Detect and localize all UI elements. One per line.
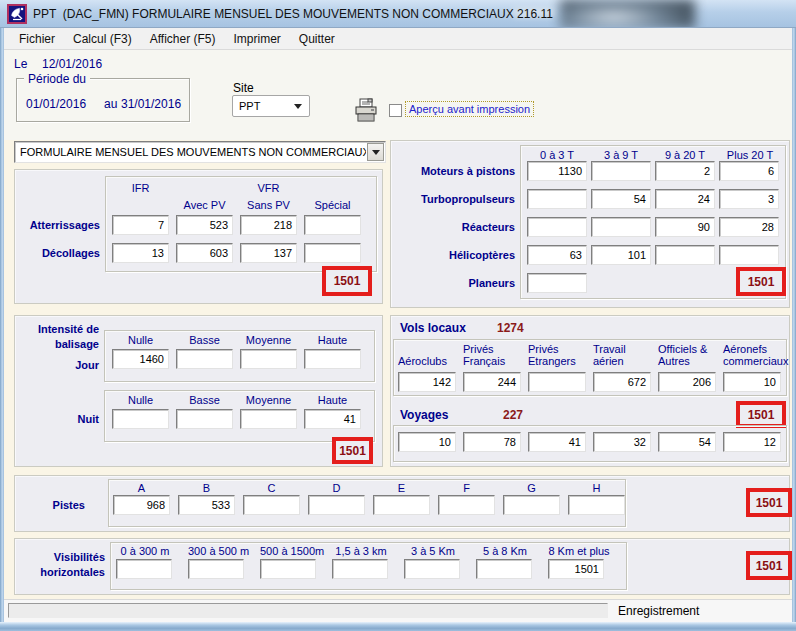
voyages-officiels-field[interactable]: 54 bbox=[658, 432, 716, 452]
voyages-travail-field[interactable]: 32 bbox=[593, 432, 651, 452]
apercu-checkbox[interactable] bbox=[389, 104, 402, 117]
col-header-0a300m: 0 à 300 m bbox=[116, 545, 174, 557]
menu-quitter[interactable]: Quitter bbox=[290, 32, 344, 46]
row-label-reacteurs: Réacteurs bbox=[395, 221, 515, 233]
decollages-avecpv-field[interactable]: 603 bbox=[176, 243, 233, 263]
visi-5a8km-field[interactable] bbox=[476, 559, 532, 579]
nuit-nulle-field[interactable] bbox=[112, 409, 169, 429]
visi-500a1500m-field[interactable] bbox=[260, 559, 316, 579]
col-header-vfr: VFR bbox=[176, 182, 361, 194]
col-header-jour-basse: Basse bbox=[176, 334, 233, 346]
piste-g-field[interactable] bbox=[503, 495, 560, 515]
jour-moyenne-field[interactable] bbox=[240, 349, 297, 369]
menu-calcul[interactable]: Calcul (F3) bbox=[64, 32, 141, 46]
volslocaux-officiels-field[interactable]: 206 bbox=[658, 372, 716, 392]
jour-basse-field[interactable] bbox=[176, 349, 233, 369]
pistons-3a9t-field[interactable] bbox=[591, 161, 651, 181]
voyages-aeroclubs-field[interactable]: 10 bbox=[398, 432, 456, 452]
reacteurs-3a9t-field[interactable] bbox=[591, 217, 651, 237]
nuit-basse-field[interactable] bbox=[176, 409, 233, 429]
piste-d-field[interactable] bbox=[308, 495, 365, 515]
pistons-0a3t-field[interactable]: 1130 bbox=[527, 161, 587, 181]
periode-to-field[interactable]: 31/01/2016 bbox=[121, 97, 181, 111]
atterrissages-sanspv-field[interactable]: 218 bbox=[240, 215, 297, 235]
aircraft-total-indicator: 1501 bbox=[736, 267, 786, 296]
menu-afficher[interactable]: Afficher (F5) bbox=[141, 32, 225, 46]
pistons-9a20t-field[interactable]: 2 bbox=[655, 161, 715, 181]
app-window: PPT (DAC_FMN) FORMULAIRE MENSUEL DES MOU… bbox=[0, 0, 796, 631]
helico-plus20t-field[interactable] bbox=[719, 245, 779, 265]
volslocaux-aeroclubs-field[interactable]: 142 bbox=[398, 372, 456, 392]
volslocaux-prives-etr-field[interactable] bbox=[528, 372, 586, 392]
decollages-special-field[interactable] bbox=[304, 243, 361, 263]
decollages-sanspv-field[interactable]: 137 bbox=[240, 243, 297, 263]
col-header-500a1500m: 500 à 1500m bbox=[260, 545, 318, 557]
atterrissages-ifr-field[interactable]: 7 bbox=[112, 215, 169, 235]
reacteurs-9a20t-field[interactable]: 90 bbox=[655, 217, 715, 237]
combo-dropdown-button[interactable] bbox=[367, 143, 384, 161]
piste-f-field[interactable] bbox=[438, 495, 495, 515]
col-header-jour-nulle: Nulle bbox=[112, 334, 169, 346]
row-label-moteurs-pistons: Moteurs à pistons bbox=[395, 165, 515, 177]
volslocaux-commerciaux-field[interactable]: 10 bbox=[723, 372, 781, 392]
nuit-moyenne-field[interactable] bbox=[240, 409, 297, 429]
helico-9a20t-field[interactable] bbox=[655, 245, 715, 265]
decollages-ifr-field[interactable]: 13 bbox=[112, 243, 169, 263]
periode-from-field[interactable]: 01/01/2016 bbox=[26, 97, 86, 111]
printer-icon bbox=[354, 98, 378, 124]
visi-1-5a3km-field[interactable] bbox=[332, 559, 388, 579]
piste-b-field[interactable]: 533 bbox=[178, 495, 235, 515]
visi-300a500m-field[interactable] bbox=[188, 559, 244, 579]
balisage-label-line1: Intensité de bbox=[14, 323, 99, 335]
col-header-piste-f: F bbox=[438, 482, 495, 494]
form-selector-value: FORMULAIRE MENSUEL DES MOUVEMENTS NON CO… bbox=[15, 146, 366, 158]
col-header-jour-moyenne: Moyenne bbox=[240, 334, 297, 346]
volslocaux-travail-field[interactable]: 672 bbox=[593, 372, 651, 392]
volslocaux-prives-fr-field[interactable]: 244 bbox=[463, 372, 521, 392]
turboprop-0a3t-field[interactable] bbox=[527, 189, 587, 209]
col-header-5a8km: 5 à 8 Km bbox=[476, 545, 534, 557]
piste-h-field[interactable] bbox=[568, 495, 625, 515]
vols-locaux-total: 1274 bbox=[497, 321, 524, 335]
form-selector-combobox[interactable]: FORMULAIRE MENSUEL DES MOUVEMENTS NON CO… bbox=[14, 141, 386, 163]
jour-nulle-field[interactable]: 1460 bbox=[112, 349, 169, 369]
row-label-planeurs: Planeurs bbox=[395, 277, 515, 289]
piste-c-field[interactable] bbox=[243, 495, 300, 515]
col-header-prives-francais: PrivésFrançais bbox=[463, 343, 525, 367]
turboprop-3a9t-field[interactable]: 54 bbox=[591, 189, 651, 209]
chevron-down-icon bbox=[294, 104, 302, 109]
col-header-9a20t: 9 à 20 T bbox=[655, 149, 715, 161]
atterrissages-avecpv-field[interactable]: 523 bbox=[176, 215, 233, 235]
reacteurs-0a3t-field[interactable] bbox=[527, 217, 587, 237]
nuit-haute-field[interactable]: 41 bbox=[304, 409, 361, 429]
turboprop-plus20t-field[interactable]: 3 bbox=[719, 189, 779, 209]
planeurs-field[interactable] bbox=[527, 273, 587, 293]
balisage-label-line2: balisage bbox=[14, 338, 99, 350]
voyages-commerciaux-field[interactable]: 12 bbox=[723, 432, 781, 452]
print-button[interactable] bbox=[354, 98, 378, 124]
title-bar[interactable]: PPT (DAC_FMN) FORMULAIRE MENSUEL DES MOU… bbox=[0, 0, 796, 28]
voyages-prives-etr-field[interactable]: 41 bbox=[528, 432, 586, 452]
atterrissages-special-field[interactable] bbox=[304, 215, 361, 235]
piste-e-field[interactable] bbox=[373, 495, 430, 515]
col-header-aeronefs-commerciaux: Aéronefscommerciaux bbox=[723, 343, 787, 367]
piste-a-field[interactable]: 968 bbox=[113, 495, 170, 515]
col-header-nuit-haute: Haute bbox=[304, 394, 361, 406]
visi-3a5km-field[interactable] bbox=[404, 559, 460, 579]
menu-fichier[interactable]: Fichier bbox=[10, 32, 64, 46]
pistons-plus20t-field[interactable]: 6 bbox=[719, 161, 779, 181]
helico-0a3t-field[interactable]: 63 bbox=[527, 245, 587, 265]
apercu-checkbox-label[interactable]: Aperçu avant impression bbox=[406, 102, 533, 116]
site-combobox[interactable]: PPT bbox=[232, 95, 310, 117]
col-header-piste-c: C bbox=[243, 482, 300, 494]
jour-haute-field[interactable] bbox=[304, 349, 361, 369]
turboprop-9a20t-field[interactable]: 24 bbox=[655, 189, 715, 209]
current-date-value: 12/01/2016 bbox=[42, 57, 102, 71]
visi-0a300m-field[interactable] bbox=[116, 559, 172, 579]
menu-imprimer[interactable]: Imprimer bbox=[225, 32, 290, 46]
reacteurs-plus20t-field[interactable]: 28 bbox=[719, 217, 779, 237]
visi-8km-plus-field[interactable]: 1501 bbox=[548, 559, 604, 579]
helico-3a9t-field[interactable]: 101 bbox=[591, 245, 651, 265]
col-header-1-5a3km: 1,5 à 3 km bbox=[332, 545, 390, 557]
voyages-prives-fr-field[interactable]: 78 bbox=[463, 432, 521, 452]
